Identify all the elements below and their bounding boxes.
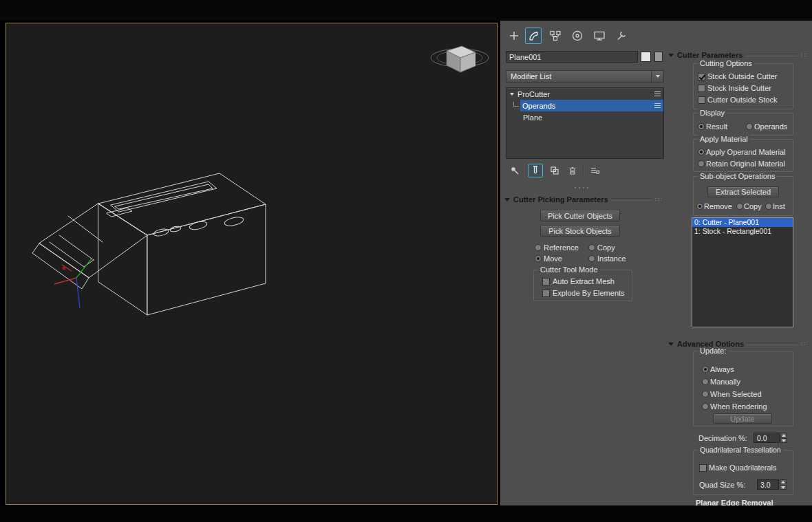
utilities-icon [615, 30, 628, 42]
object-name-field[interactable] [506, 51, 638, 63]
show-end-result-button[interactable] [528, 164, 543, 177]
stack-row-label: Operands [522, 102, 555, 110]
rollout-groove [611, 198, 652, 201]
group-quadrilateral-tessellation: Quadrilateral Tessellation Make Quadrila… [693, 450, 793, 495]
checkbox-label: Explode By Elements [553, 289, 625, 297]
radio-operands-label: Operands [754, 122, 787, 131]
rollout-drag-dots [654, 197, 661, 202]
wireframe-model [6, 23, 497, 504]
radio-operands[interactable] [746, 123, 753, 130]
display-icon [593, 30, 606, 42]
modify-icon [527, 30, 539, 42]
rollout-groove [747, 342, 798, 345]
scroll-thumb[interactable] [654, 52, 663, 62]
trash-icon [567, 165, 578, 176]
radio-label: Inst [773, 202, 785, 210]
radio-label: Manually [710, 378, 740, 386]
radio-label: When Selected [710, 390, 762, 398]
operand-list[interactable]: 0: Cutter - Plane001 1: Stock - Rectangl… [692, 217, 793, 327]
group-cutting-options: Cutting Options Stock Outside Cutter Sto… [693, 63, 793, 109]
stack-row-procutter[interactable]: ProCutter [506, 88, 663, 100]
planar-edge-removal-label: Planar Edge Removal [696, 499, 773, 505]
checkbox-explode-by-elements[interactable] [542, 290, 550, 297]
create-tab[interactable] [506, 28, 522, 44]
modifier-toggle-icon[interactable] [654, 103, 661, 108]
configure-modifier-sets-button[interactable] [587, 164, 602, 177]
radio-reference-label: Reference [544, 243, 579, 252]
radio-copy-subobject[interactable] [736, 203, 743, 210]
spinner-up-icon[interactable] [780, 433, 787, 437]
rollout-advanced-options[interactable]: Advanced Options [667, 338, 810, 349]
rollout-title-text: Cutter Picking Parameters [513, 195, 608, 204]
group-subobject-operations: Sub-object Operations Extract Selected R… [693, 176, 793, 216]
radio-label: Always [710, 365, 734, 373]
remove-modifier-button[interactable] [565, 164, 580, 177]
radio-instance[interactable] [588, 255, 595, 262]
radio-label: Apply Operand Material [706, 148, 786, 156]
checkbox-auto-extract-mesh[interactable] [542, 278, 550, 285]
checkbox-label: Auto Extract Mesh [553, 277, 615, 285]
make-unique-button[interactable] [547, 164, 562, 177]
rollout-collapse-icon [668, 342, 674, 346]
quad-size-spinner[interactable]: 3.0 [757, 479, 779, 490]
update-button[interactable]: Update [713, 413, 772, 424]
title-bar [0, 0, 812, 21]
radio-move[interactable] [535, 255, 542, 262]
status-bar [0, 505, 812, 522]
list-item-stock[interactable]: 1: Stock - Rectangle001 [692, 227, 793, 236]
spinner-down-icon[interactable] [780, 438, 787, 443]
radio-when-selected[interactable] [702, 391, 709, 398]
pick-cutter-objects-button[interactable]: Pick Cutter Objects [540, 210, 620, 221]
checkbox-stock-outside-cutter[interactable] [698, 73, 705, 80]
radio-remove[interactable] [696, 203, 703, 210]
utilities-tab[interactable] [613, 28, 630, 44]
create-icon [508, 30, 520, 42]
spinner-down-icon[interactable] [780, 485, 787, 490]
pick-stock-objects-button[interactable]: Pick Stock Objects [540, 225, 620, 237]
pin-stack-button[interactable] [507, 164, 522, 177]
display-tab[interactable] [591, 28, 608, 44]
tree-branch-icon [513, 102, 519, 107]
checkbox-stock-inside-cutter[interactable] [698, 85, 705, 92]
expand-icon[interactable] [510, 93, 514, 96]
modifier-toggle-icon[interactable] [654, 91, 661, 96]
radio-inst[interactable] [765, 203, 772, 210]
quad-size-label: Quad Size %: [699, 481, 745, 489]
group-label: Display [698, 109, 727, 118]
radio-manually[interactable] [702, 378, 709, 385]
radio-always[interactable] [702, 366, 709, 373]
checkbox-label: Cutter Outside Stock [707, 96, 778, 104]
stack-row-plane[interactable]: Plane [506, 111, 663, 123]
modify-tab[interactable] [525, 28, 542, 44]
radio-reference[interactable] [535, 244, 542, 251]
stack-row-operands[interactable]: Operands [506, 100, 663, 111]
group-label: Cutter Tool Mode [538, 265, 600, 274]
viewcube[interactable] [428, 37, 491, 78]
object-color-swatch[interactable] [641, 52, 651, 62]
group-apply-material: Apply Material Apply Operand Material Re… [693, 139, 793, 172]
viewport[interactable] [6, 23, 498, 505]
stack-toolbar [506, 162, 664, 179]
radio-when-rendering[interactable] [702, 403, 709, 410]
radio-apply-operand-material[interactable] [698, 149, 705, 155]
extract-selected-button[interactable]: Extract Selected [707, 186, 779, 197]
rollout-cutter-picking-parameters[interactable]: Cutter Picking Parameters [503, 194, 664, 205]
quad-size-spinner-arrows [780, 479, 787, 490]
radio-retain-original-material[interactable] [698, 160, 705, 167]
motion-tab[interactable] [569, 28, 586, 44]
stack-selection[interactable]: Operands [520, 100, 663, 111]
hierarchy-tab[interactable] [547, 28, 564, 44]
rollout-splitter[interactable] [573, 186, 590, 189]
radio-result[interactable] [698, 123, 705, 130]
group-update: Update: Always Manually When Selected Wh… [693, 351, 793, 426]
list-item-cutter[interactable]: 0: Cutter - Plane001 [692, 218, 793, 227]
modifier-list-label: Modifier List [506, 72, 651, 80]
command-panel: Modifier List ProCutter Operands Plane [500, 21, 812, 505]
decimation-spinner[interactable]: 0.0 [754, 433, 780, 443]
group-label: Update: [698, 347, 729, 356]
spinner-up-icon[interactable] [780, 479, 787, 484]
radio-copy[interactable] [588, 244, 595, 251]
checkbox-make-quadrilaterals[interactable] [699, 464, 707, 472]
checkbox-cutter-outside-stock[interactable] [698, 96, 705, 104]
modifier-list-dropdown[interactable]: Modifier List [506, 70, 664, 83]
